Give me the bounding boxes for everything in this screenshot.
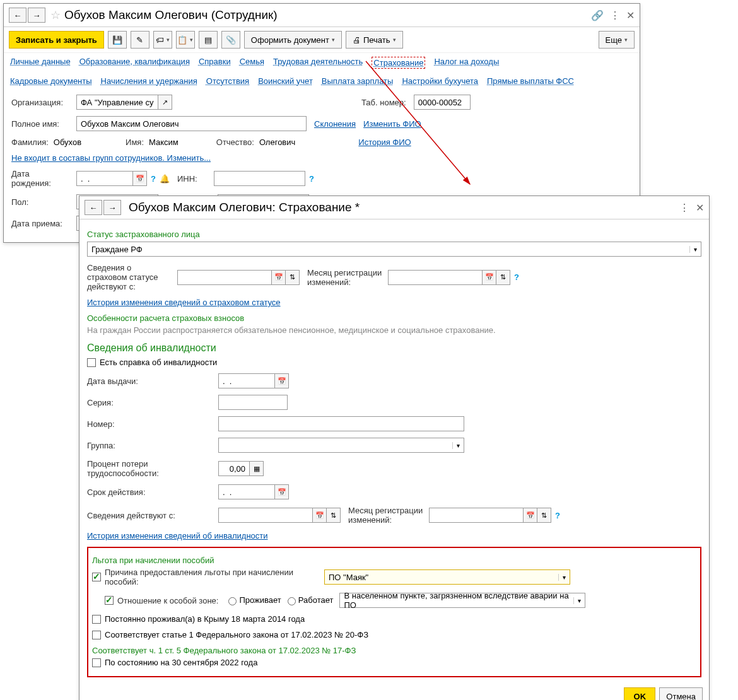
- zone-value-select[interactable]: В населенном пункте, загрязненном вследс…: [339, 593, 585, 608]
- birth-input[interactable]: [76, 171, 133, 186]
- calendar-icon[interactable]: 📅: [275, 484, 289, 499]
- tab-acc[interactable]: Настройки бухучета: [402, 76, 478, 86]
- info-from-input[interactable]: [177, 270, 272, 285]
- tab-family[interactable]: Семья: [240, 57, 264, 69]
- history-inv-link[interactable]: История изменения сведений об инвалиднос…: [87, 531, 268, 540]
- tab-military[interactable]: Воинский учет: [258, 76, 313, 86]
- attach-button[interactable]: 📎: [221, 31, 240, 49]
- calendar-icon[interactable]: 📅: [272, 270, 286, 285]
- declension-link[interactable]: Склонения: [314, 119, 356, 129]
- benefit-section: Льгота при начислении пособий Причина пр…: [87, 547, 701, 677]
- star-icon[interactable]: ☆: [50, 8, 61, 22]
- link-icon[interactable]: 🔗: [591, 9, 604, 21]
- help-icon[interactable]: ?: [555, 511, 560, 520]
- help-icon[interactable]: ?: [309, 174, 314, 184]
- calendar-icon[interactable]: 📅: [483, 270, 496, 285]
- ok-button[interactable]: OK: [624, 687, 655, 700]
- tabnum-label: Таб. номер:: [361, 98, 406, 107]
- print-button[interactable]: 🖨 Печать ▾: [346, 31, 403, 49]
- zone-check[interactable]: [105, 596, 114, 605]
- window-title: Обухов Максим Олегович (Сотрудник): [64, 8, 591, 22]
- list-button[interactable]: ▤: [199, 31, 218, 49]
- calc-icon[interactable]: ▦: [250, 461, 264, 476]
- inv-series-input[interactable]: [218, 395, 288, 410]
- fullname-label: Полное имя:: [11, 119, 71, 129]
- spin-icon[interactable]: ⇅: [537, 508, 551, 523]
- spin-icon[interactable]: ⇅: [327, 508, 341, 523]
- more-icon[interactable]: ⋮: [679, 202, 689, 214]
- benefit-reason-label: Причина предоставления льготы при начисл…: [105, 568, 319, 586]
- inv-date-input[interactable]: [218, 373, 275, 388]
- tabnum-input[interactable]: [414, 95, 471, 110]
- fz20-label: Соответствует статье 1 Федерального зако…: [105, 630, 368, 639]
- inv-percent-label: Процент потери трудоспособности:: [87, 459, 213, 478]
- calendar-icon[interactable]: 📅: [133, 171, 147, 186]
- tab-hr-docs[interactable]: Кадровые документы: [10, 76, 92, 86]
- inv-from-input[interactable]: [218, 508, 313, 523]
- calendar-icon[interactable]: 📅: [313, 508, 327, 523]
- tab-refs[interactable]: Справки: [199, 57, 231, 69]
- spin-icon[interactable]: ⇅: [286, 270, 300, 285]
- back-button[interactable]: ←: [85, 200, 102, 215]
- tab-payroll[interactable]: Начисления и удержания: [101, 76, 197, 86]
- tab-education[interactable]: Образование, квалификация: [79, 57, 190, 69]
- edit-button[interactable]: ✎: [131, 31, 149, 49]
- save-close-button[interactable]: Записать и закрыть: [9, 31, 104, 49]
- help-icon[interactable]: ?: [514, 272, 519, 282]
- crimea-check[interactable]: [92, 615, 101, 624]
- document-button[interactable]: Оформить документ ▾: [244, 31, 342, 49]
- inv-term-label: Срок действия:: [87, 487, 213, 497]
- inv-percent-input[interactable]: [218, 461, 250, 476]
- inv-group-select[interactable]: ▾: [218, 438, 464, 453]
- tabs-row-1: Личные данные Образование, квалификация …: [4, 53, 640, 73]
- close-icon[interactable]: ✕: [696, 202, 704, 214]
- status-select[interactable]: Граждане РФ▾: [87, 242, 701, 257]
- change-fio-link[interactable]: Изменить ФИО: [363, 119, 421, 129]
- help-icon[interactable]: ?: [151, 174, 156, 184]
- tag-button[interactable]: 🏷▾: [153, 31, 172, 49]
- more-icon[interactable]: ⋮: [610, 9, 620, 21]
- tab-salary[interactable]: Выплата зарплаты: [322, 76, 394, 86]
- groups-link[interactable]: Не входит в составы групп сотрудников. И…: [11, 153, 211, 163]
- inv-month-input[interactable]: [429, 508, 524, 523]
- calendar-icon[interactable]: 📅: [524, 508, 537, 523]
- inv-series-label: Серия:: [87, 398, 213, 407]
- tab-personal[interactable]: Личные данные: [10, 57, 71, 69]
- bell-icon[interactable]: 🔔: [160, 174, 170, 184]
- tab-fss[interactable]: Прямые выплаты ФСС: [487, 76, 574, 86]
- window-title: Обухов Максим Олегович: Страхование *: [129, 201, 679, 214]
- inv-term-input[interactable]: [218, 484, 275, 499]
- benefit-value-select[interactable]: ПО "Маяк"▾: [324, 569, 570, 585]
- fullname-input[interactable]: [76, 116, 307, 131]
- zone-live-radio[interactable]: [228, 597, 237, 605]
- org-open-icon[interactable]: ↗: [158, 95, 172, 110]
- month-reg-input[interactable]: [388, 270, 483, 285]
- more-button[interactable]: Еще ▾: [599, 31, 635, 49]
- tab-absence[interactable]: Отсутствия: [206, 76, 249, 86]
- close-icon[interactable]: ✕: [626, 9, 635, 21]
- save-button[interactable]: 💾: [108, 31, 127, 49]
- history-fio-link[interactable]: История ФИО: [358, 137, 411, 147]
- fz20-check[interactable]: [92, 631, 101, 639]
- tab-labor[interactable]: Трудовая деятельность: [273, 57, 363, 69]
- copy-button[interactable]: 📋▾: [176, 31, 195, 49]
- inv-check[interactable]: [87, 358, 96, 367]
- benefit-reason-check[interactable]: [92, 573, 101, 581]
- tab-tax[interactable]: Налог на доходы: [434, 57, 499, 69]
- tab-insurance[interactable]: Страхование: [372, 57, 425, 69]
- forward-button[interactable]: →: [103, 200, 121, 215]
- tabs-row-2: Кадровые документы Начисления и удержани…: [4, 73, 640, 90]
- inn-input[interactable]: [214, 171, 305, 186]
- history-status-link[interactable]: История изменения сведений о страховом с…: [87, 298, 281, 307]
- cancel-button[interactable]: Отмена: [659, 687, 703, 700]
- sept-check[interactable]: [92, 658, 101, 667]
- calendar-icon[interactable]: 📅: [275, 373, 289, 388]
- org-input[interactable]: [76, 95, 158, 110]
- inv-group-label: Группа:: [87, 441, 213, 450]
- forward-button[interactable]: →: [28, 8, 45, 23]
- inv-number-input[interactable]: [218, 416, 464, 431]
- zone-work-radio[interactable]: [288, 597, 296, 605]
- fz17-label: Соответствует ч. 1 ст. 5 Федерального за…: [92, 646, 696, 655]
- spin-icon[interactable]: ⇅: [496, 270, 510, 285]
- back-button[interactable]: ←: [9, 8, 26, 23]
